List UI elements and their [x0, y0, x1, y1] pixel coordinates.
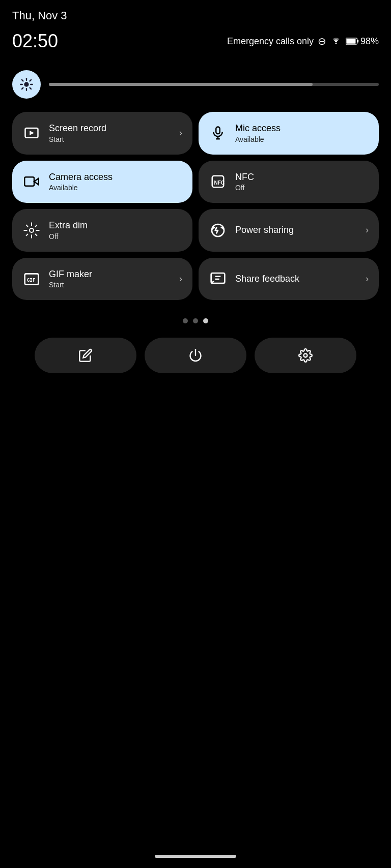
- brightness-slider-fill: [49, 83, 313, 86]
- power-sharing-text: Power sharing: [235, 225, 357, 236]
- share-feedback-tile[interactable]: Share feedback ›: [199, 258, 379, 301]
- svg-marker-14: [30, 131, 34, 135]
- quick-settings-grid: Screen record Start › Mic access Availab…: [0, 104, 391, 308]
- svg-line-28: [36, 225, 37, 227]
- nfc-title: NFC: [235, 172, 369, 183]
- screen-record-chevron: ›: [179, 128, 182, 138]
- screen-record-text: Screen record Start: [49, 123, 171, 143]
- extra-dim-text: Extra dim Off: [49, 220, 182, 241]
- camera-icon: [22, 172, 41, 191]
- gif-icon: GIF: [22, 270, 41, 288]
- mic-icon: [209, 124, 227, 142]
- page-dots: [0, 308, 391, 330]
- date-display: Thu, Nov 3: [12, 9, 379, 22]
- svg-text:NFC: NFC: [214, 181, 225, 186]
- nfc-tile[interactable]: NFC NFC Off: [199, 161, 379, 203]
- emergency-text: Emergency calls only: [227, 36, 314, 47]
- gif-maker-title: GIF maker: [49, 269, 171, 280]
- svg-line-29: [26, 234, 28, 236]
- power-sharing-chevron: ›: [366, 225, 369, 235]
- home-indicator: [155, 855, 236, 858]
- svg-point-36: [304, 354, 308, 357]
- mic-access-tile[interactable]: Mic access Available: [199, 112, 379, 155]
- svg-line-10: [30, 88, 31, 89]
- share-feedback-text: Share feedback: [235, 274, 357, 285]
- svg-point-0: [336, 42, 337, 44]
- svg-line-11: [30, 80, 31, 81]
- extra-dim-title: Extra dim: [49, 220, 182, 231]
- svg-line-26: [26, 225, 28, 227]
- extra-dim-tile[interactable]: Extra dim Off: [12, 209, 192, 252]
- nfc-icon: NFC: [209, 172, 227, 191]
- brightness-slider[interactable]: [49, 83, 379, 86]
- gif-maker-chevron: ›: [179, 274, 182, 284]
- mic-access-title: Mic access: [235, 123, 369, 134]
- power-button[interactable]: [145, 338, 246, 373]
- battery-icon: 98%: [346, 36, 379, 47]
- time-display: 02:50: [12, 31, 58, 52]
- gif-maker-subtitle: Start: [49, 281, 171, 289]
- svg-text:GIF: GIF: [27, 277, 36, 283]
- svg-rect-3: [357, 40, 359, 42]
- camera-access-title: Camera access: [49, 172, 182, 183]
- camera-access-tile[interactable]: Camera access Available: [12, 161, 192, 203]
- camera-access-text: Camera access Available: [49, 172, 182, 192]
- power-sharing-icon: [209, 221, 227, 240]
- dnd-icon: ⊖: [318, 35, 326, 47]
- power-sharing-title: Power sharing: [235, 225, 357, 236]
- extra-dim-subtitle: Off: [49, 232, 182, 241]
- svg-rect-2: [346, 39, 355, 44]
- nfc-subtitle: Off: [235, 184, 369, 192]
- screen-record-tile[interactable]: Screen record Start ›: [12, 112, 192, 155]
- power-sharing-tile[interactable]: Power sharing ›: [199, 209, 379, 252]
- wifi-icon: [330, 36, 342, 47]
- share-feedback-chevron: ›: [366, 274, 369, 284]
- bottom-buttons-row: [0, 330, 391, 381]
- screen-record-title: Screen record: [49, 123, 171, 134]
- status-bar: Thu, Nov 3 02:50 Emergency calls only ⊖: [0, 0, 391, 56]
- dot-2: [193, 318, 198, 323]
- dot-1: [183, 318, 188, 323]
- brightness-row: [0, 56, 391, 104]
- screen-record-subtitle: Start: [49, 135, 171, 143]
- edit-button[interactable]: [35, 338, 136, 373]
- screen-record-icon: [22, 124, 41, 142]
- nfc-text: NFC Off: [235, 172, 369, 192]
- svg-point-21: [30, 228, 34, 232]
- svg-point-4: [24, 82, 29, 86]
- gif-maker-text: GIF maker Start: [49, 269, 171, 289]
- svg-rect-18: [24, 177, 34, 187]
- dot-3: [203, 318, 208, 323]
- time-row: 02:50 Emergency calls only ⊖: [12, 31, 379, 52]
- svg-line-12: [22, 88, 23, 89]
- status-right: Emergency calls only ⊖ 98%: [227, 35, 379, 47]
- mic-access-subtitle: Available: [235, 135, 369, 143]
- feedback-icon: [209, 270, 227, 288]
- settings-button[interactable]: [255, 338, 356, 373]
- extra-dim-icon: [22, 221, 41, 240]
- svg-line-27: [36, 234, 37, 236]
- mic-access-text: Mic access Available: [235, 123, 369, 143]
- camera-access-subtitle: Available: [49, 184, 182, 192]
- gif-maker-tile[interactable]: GIF GIF maker Start ›: [12, 258, 192, 301]
- battery-percent: 98%: [360, 36, 379, 47]
- share-feedback-title: Share feedback: [235, 274, 357, 285]
- svg-line-9: [22, 80, 23, 81]
- svg-rect-15: [216, 127, 220, 134]
- brightness-button[interactable]: [12, 70, 41, 99]
